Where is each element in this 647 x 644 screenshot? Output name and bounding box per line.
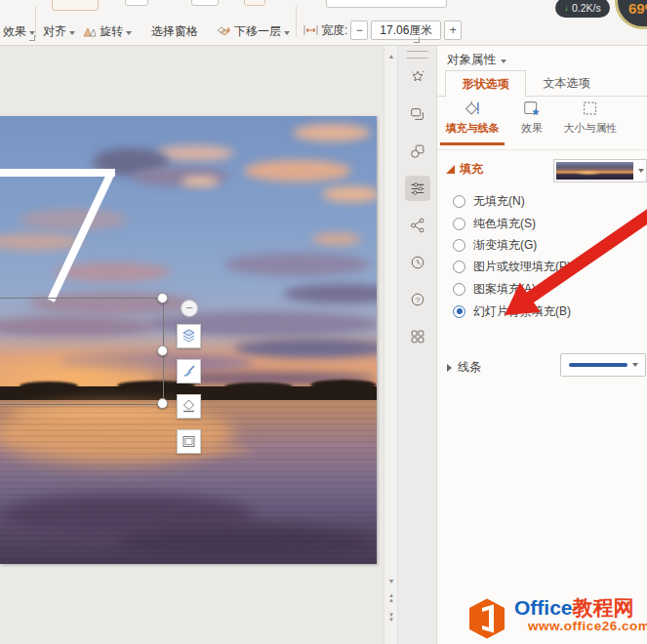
- width-value-field[interactable]: 17.06厘米: [371, 20, 441, 40]
- shapes-pane-button[interactable]: [405, 139, 430, 164]
- fill-option-picture-texture[interactable]: 图片或纹理填充(P): [453, 259, 571, 274]
- cloud: [20, 209, 127, 230]
- fill-section-header[interactable]: 填充: [446, 161, 483, 178]
- panel-title[interactable]: 对象属性: [447, 52, 506, 68]
- canvas-scrollbar[interactable]: ▲ ▼ ▲▲ ▼▼: [384, 45, 397, 644]
- line-section-label: 线条: [458, 359, 481, 376]
- tab-text-options[interactable]: 文本选项: [526, 70, 607, 97]
- share-pane-button[interactable]: [405, 213, 430, 238]
- fill-option-label: 无填充(N): [473, 193, 525, 210]
- watermark-brand-cn: 教程网: [573, 596, 634, 619]
- cutoff-height-stepper: [326, 0, 447, 8]
- effects-magic-button[interactable]: [405, 64, 430, 90]
- group-dialog-launcher[interactable]: [414, 37, 420, 43]
- watermark-url: www.office26.com: [528, 619, 647, 633]
- fill-option-no-fill[interactable]: 无填充(N): [453, 193, 525, 209]
- line-style-dropdown[interactable]: [560, 353, 646, 377]
- fill-option-label: 纯色填充(S): [473, 216, 536, 232]
- fill-option-slide-background[interactable]: 幻灯片背景填充(B): [453, 303, 571, 319]
- fill-preview-dropdown[interactable]: [553, 159, 647, 182]
- fill-option-gradient[interactable]: 渐变填充(G): [453, 237, 537, 253]
- help-button[interactable]: ?: [405, 287, 430, 312]
- align-label: 对齐: [43, 23, 66, 40]
- fill-option-label: 图片或纹理填充(P): [473, 259, 571, 275]
- cutoff-ribbon-icon: [244, 0, 265, 6]
- scroll-down-icon[interactable]: ▼: [384, 578, 398, 584]
- office-tutorial-logo-icon: [465, 597, 508, 640]
- chevron-down-icon: [632, 363, 638, 367]
- selection-handle-bottom-right[interactable]: [157, 398, 168, 409]
- selection-pane-label: 选择窗格: [151, 23, 198, 40]
- grid-icon: [409, 328, 426, 345]
- magic-star-icon: [409, 68, 426, 86]
- layer-options-button[interactable]: [177, 324, 201, 348]
- layers-icon: [181, 328, 197, 344]
- tab-label: 形状选项: [463, 76, 509, 93]
- selection-handle-right[interactable]: [157, 345, 168, 356]
- radio-icon: [453, 261, 465, 273]
- next-slide-icon[interactable]: ▼▼: [384, 613, 398, 623]
- effects-label: 效果: [3, 23, 26, 40]
- chevron-down-icon: [126, 31, 132, 35]
- tab-label: 文本选项: [544, 75, 590, 92]
- panel-subtab-bar: 填充与线条 效果 大小与属性: [437, 100, 647, 145]
- fill-option-solid[interactable]: 纯色填充(S): [453, 216, 536, 231]
- apps-grid-button[interactable]: [405, 324, 430, 349]
- question-icon: ?: [409, 291, 426, 308]
- cloud: [234, 339, 377, 358]
- align-menu-button[interactable]: 对齐: [43, 23, 75, 40]
- section-collapsed-icon: [447, 364, 452, 372]
- fill-option-pattern[interactable]: 图案填充(A): [453, 281, 536, 297]
- history-pane-button[interactable]: [405, 250, 430, 275]
- object-properties-panel: 对象属性 形状选项 文本选项 填充与线条: [436, 45, 647, 644]
- wps-presentation-window: 效果 对齐 旋转 选择窗格 下移一层: [0, 0, 647, 644]
- watermark-text: Office教程网 www.office26.com: [514, 597, 647, 633]
- width-increase-button[interactable]: +: [444, 20, 462, 40]
- shapes-icon: [409, 142, 426, 160]
- slide[interactable]: −: [0, 116, 377, 564]
- width-decrease-button[interactable]: −: [350, 20, 368, 40]
- download-arrow-icon: ↓: [564, 3, 569, 13]
- scroll-up-icon[interactable]: ▲: [384, 53, 398, 60]
- active-subtab-underline: [440, 142, 505, 145]
- change-shape-button[interactable]: [177, 394, 201, 419]
- shape-selection-box[interactable]: [0, 298, 164, 405]
- collapse-quickbar-button[interactable]: −: [181, 300, 198, 317]
- sliders-icon: [409, 180, 426, 197]
- width-icon: [303, 24, 318, 36]
- shape-rotate-icon: [181, 398, 197, 415]
- chevron-down-icon: [638, 169, 644, 173]
- frame-style-button[interactable]: [177, 429, 201, 454]
- width-label: 宽度:: [321, 22, 347, 39]
- subtab-label: 效果: [521, 121, 543, 136]
- selection-pane-button[interactable]: 选择窗格: [151, 23, 198, 40]
- subtab-fill-line[interactable]: 填充与线条: [440, 100, 505, 136]
- gauge-percent: 69%: [628, 0, 647, 17]
- line-section-header[interactable]: 线条: [447, 359, 481, 376]
- panel-title-label: 对象属性: [447, 52, 496, 68]
- slides-pane-button[interactable]: [405, 101, 430, 127]
- effects-icon: [522, 100, 542, 117]
- subtab-effects[interactable]: 效果: [515, 100, 548, 136]
- fill-option-label: 图案填充(A): [473, 281, 536, 298]
- pane-drag-handle[interactable]: [407, 51, 428, 59]
- rotate-label: 旋转: [100, 23, 123, 40]
- send-backward-button[interactable]: 下移一层: [217, 23, 290, 40]
- panel-divider: [437, 149, 647, 150]
- tree: [310, 380, 377, 390]
- format-brush-button[interactable]: [177, 359, 201, 383]
- cutoff-ribbon-icon: [125, 0, 148, 6]
- selection-handle-top-right[interactable]: [157, 293, 168, 303]
- subtab-size-properties[interactable]: 大小与属性: [554, 100, 627, 136]
- send-backward-label: 下移一层: [234, 23, 281, 40]
- tab-shape-options[interactable]: 形状选项: [445, 70, 526, 98]
- rotate-menu-button[interactable]: 旋转: [83, 23, 132, 40]
- previous-slide-icon[interactable]: ▲▲: [384, 593, 398, 603]
- cloud: [293, 124, 371, 141]
- ribbon-toolbar: 效果 对齐 旋转 选择窗格 下移一层: [0, 0, 647, 46]
- white-shape-outline-top[interactable]: [0, 169, 115, 177]
- width-field-group: 宽度: − 17.06厘米 +: [303, 20, 462, 40]
- chevron-down-icon: [69, 31, 75, 35]
- object-properties-pane-button[interactable]: [405, 176, 430, 201]
- share-icon: [409, 217, 426, 234]
